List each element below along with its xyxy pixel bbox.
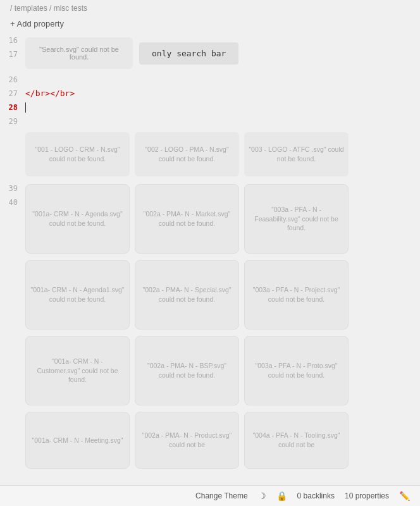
search-svg-label: "Search.svg" could not be found. xyxy=(30,46,128,61)
add-property-button[interactable]: + Add property xyxy=(0,16,420,34)
card-001a-customer: "001a- CRM - N - Customer.svg" could not… xyxy=(25,336,130,405)
card-002a-bsp-label: "002a - PMA- N - BSP.svg" could not be f… xyxy=(139,361,235,379)
search-svg-card: "Search.svg" could not be found. xyxy=(25,37,133,69)
card-002a-product: "002a - PMA- N - Product.svg" could not … xyxy=(135,412,239,469)
logo-002-label: "002 - LOGO - PMA - N.svg" could not be … xyxy=(139,145,235,163)
logo-002-card: "002 - LOGO - PMA - N.svg" could not be … xyxy=(135,132,239,176)
card-grid-row-3: "001a- CRM - N - Customer.svg" could not… xyxy=(25,333,420,409)
line-29-area: 29 xyxy=(0,114,420,128)
edit-icon[interactable]: ✏️ xyxy=(399,491,410,501)
line-numbers-28: 28 xyxy=(0,101,25,114)
logo-003-card: "003 - LOGO - ATFC .svg" could not be fo… xyxy=(244,132,349,176)
line-27-area: 27 </br></br> xyxy=(0,87,420,101)
add-property-label: + Add property xyxy=(10,19,64,28)
card-grid-row-1: "001a- CRM - N - Agenda.svg" could not b… xyxy=(25,182,420,257)
line-16-17-area: 16 17 "Search.svg" could not be found. o… xyxy=(0,34,420,73)
line-number-17: 17 xyxy=(0,47,18,61)
line-number-29: 29 xyxy=(0,114,18,128)
card-003a-proto-label: "003a - PFA - N - Proto.svg" could not b… xyxy=(249,361,344,379)
logo-grid-row: "001 - LOGO - CRM - N.svg" could not be … xyxy=(25,128,420,182)
search-bar-card: only search bar xyxy=(139,42,238,65)
lock-icon[interactable]: 🔒 xyxy=(276,491,287,501)
line-numbers-26: 26 xyxy=(0,73,25,87)
card-003a-project: "003a - PFA - N - Project.svg" could not… xyxy=(244,260,349,330)
line-28-content[interactable] xyxy=(25,101,420,114)
grid-cards-content: "001a- CRM - N - Agenda.svg" could not b… xyxy=(25,182,420,472)
card-001a-meeting: "001a- CRM - N - Meeting.svg" xyxy=(25,412,130,469)
breadcrumb-text: / templates / misc tests xyxy=(10,4,87,13)
card-grid-row-4: "001a- CRM - N - Meeting.svg" "002a - PM… xyxy=(25,409,420,472)
card-001a-agenda1: "001a- CRM - N - Agenda1.svg" could not … xyxy=(25,260,130,330)
line-26-area: 26 xyxy=(0,73,420,87)
search-bar-label: only search bar xyxy=(152,49,226,58)
line-39-40-area: 39 40 "001a- CRM - N - Agenda.svg" could… xyxy=(0,182,420,472)
card-001a-customer-label: "001a- CRM - N - Customer.svg" could not… xyxy=(30,357,125,385)
card-003a-proto: "003a - PFA - N - Proto.svg" could not b… xyxy=(244,336,349,405)
card-002a-market-label: "002a - PMA- N - Market.svg" could not b… xyxy=(139,209,235,228)
line-number-16: 16 xyxy=(0,34,18,47)
main-content: 16 17 "Search.svg" could not be found. o… xyxy=(0,34,420,506)
line-29-content xyxy=(25,114,420,128)
card-001a-agenda-label: "001a- CRM - N - Agenda.svg" could not b… xyxy=(30,209,125,228)
line-16-17-content: "Search.svg" could not be found. only se… xyxy=(25,34,420,73)
card-001a-meeting-label: "001a- CRM - N - Meeting.svg" xyxy=(32,436,123,445)
card-002a-special: "002a - PMA- N - Special.svg" could not … xyxy=(135,260,239,330)
search-row: "Search.svg" could not be found. only se… xyxy=(25,34,420,73)
line-number-27: 27 xyxy=(0,87,18,101)
card-001a-agenda: "001a- CRM - N - Agenda.svg" could not b… xyxy=(25,184,130,254)
line-26-content xyxy=(25,73,420,87)
card-004a-tooling: "004a - PFA - N - Tooling.svg" could not… xyxy=(244,412,349,469)
logo-row-area: 00 "001 - LOGO - CRM - N.svg" could not … xyxy=(0,128,420,182)
bottom-bar: Change Theme ☽ 🔒 0 backlinks 10 properti… xyxy=(0,485,420,506)
line-numbers-39-40: 39 40 xyxy=(0,182,25,472)
line-number-28: 28 xyxy=(0,101,18,114)
card-003a-project-label: "003a - PFA - N - Project.svg" could not… xyxy=(249,285,344,304)
card-002a-bsp: "002a - PMA- N - BSP.svg" could not be f… xyxy=(135,336,239,405)
card-003a-feasibility-label: "003a - PFA - N - Feasability.svg" could… xyxy=(249,205,344,233)
properties-count[interactable]: 10 properties xyxy=(345,491,389,500)
line-number-40: 40 xyxy=(0,195,18,209)
logo-001-card: "001 - LOGO - CRM - N.svg" could not be … xyxy=(25,132,130,176)
line-number-26: 26 xyxy=(0,73,18,87)
line-28-area: 28 xyxy=(0,101,420,114)
logo-001-label: "001 - LOGO - CRM - N.svg" could not be … xyxy=(29,145,126,163)
card-002a-market: "002a - PMA- N - Market.svg" could not b… xyxy=(135,184,239,254)
text-cursor xyxy=(25,102,26,113)
line-27-content: </br></br> xyxy=(25,87,420,101)
logo-003-label: "003 - LOGO - ATFC .svg" could not be fo… xyxy=(248,145,345,163)
card-004a-tooling-label: "004a - PFA - N - Tooling.svg" could not… xyxy=(249,431,344,449)
change-theme-button[interactable]: Change Theme xyxy=(195,491,248,500)
line-numbers-29: 29 xyxy=(0,114,25,128)
logo-row-content: "001 - LOGO - CRM - N.svg" could not be … xyxy=(25,128,420,182)
card-grid-row-2: "001a- CRM - N - Agenda1.svg" could not … xyxy=(25,257,420,333)
card-002a-product-label: "002a - PMA- N - Product.svg" could not … xyxy=(139,431,235,449)
card-003a-feasibility: "003a - PFA - N - Feasability.svg" could… xyxy=(244,184,349,254)
breadcrumb: / templates / misc tests xyxy=(0,0,420,16)
moon-icon[interactable]: ☽ xyxy=(258,491,266,501)
backlinks-count[interactable]: 0 backlinks xyxy=(297,491,335,500)
card-002a-special-label: "002a - PMA- N - Special.svg" could not … xyxy=(139,285,235,304)
line-numbers-logo: 00 xyxy=(0,128,25,182)
line-numbers-16-17: 16 17 xyxy=(0,34,25,73)
line-numbers-27: 27 xyxy=(0,87,25,101)
card-001a-agenda1-label: "001a- CRM - N - Agenda1.svg" could not … xyxy=(30,285,125,304)
br-tag: </br></br> xyxy=(25,87,75,101)
line-number-39: 39 xyxy=(0,182,18,195)
